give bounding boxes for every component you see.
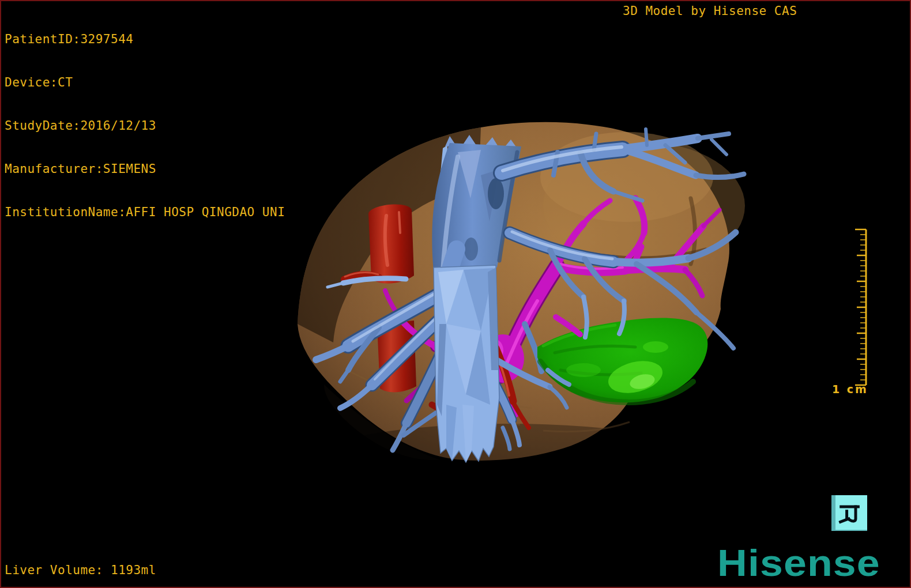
scale-ruler-label: 1 cm: [832, 383, 868, 395]
device-line: Device:CT: [5, 76, 285, 90]
application-window: PatientID:3297544 Device:CT StudyDate:20…: [0, 0, 911, 588]
study-date-line: StudyDate:2016/12/13: [5, 119, 285, 133]
liver-volume-label: Liver Volume: 1193ml: [5, 563, 156, 578]
manufacturer-line: Manufacturer:SIEMENS: [5, 162, 285, 176]
liver-mesh: [298, 122, 745, 495]
brand-logo: Hisense: [717, 542, 880, 585]
orientation-glyph-icon: [837, 500, 862, 526]
scale-ruler: [855, 229, 866, 385]
orientation-marker-icon[interactable]: [831, 495, 867, 531]
institution-line: InstitutionName:AFFI HOSP QINGDAO UNI: [5, 205, 285, 220]
model-title: 3D Model by Hisense CAS: [623, 4, 797, 18]
ivc-lower-column: [434, 265, 499, 462]
patient-info-overlay: PatientID:3297544 Device:CT StudyDate:20…: [5, 3, 285, 248]
patient-id-line: PatientID:3297544: [5, 32, 285, 47]
